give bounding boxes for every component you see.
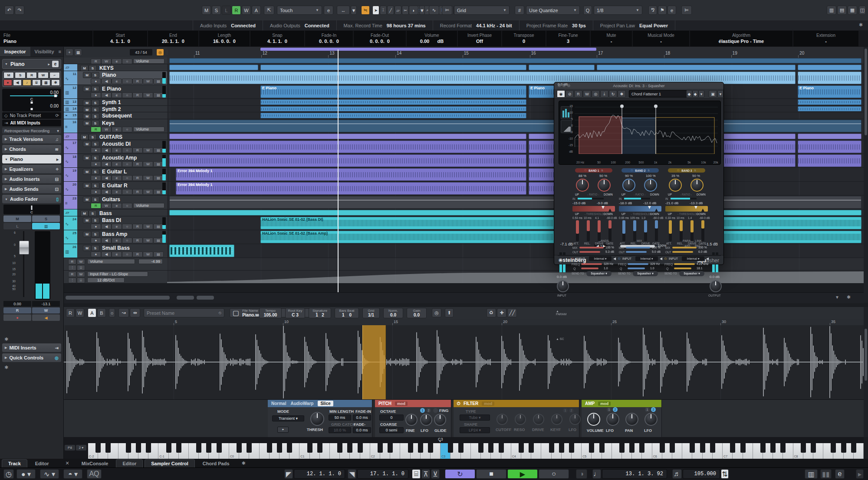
amp-pan-knob-2[interactable] bbox=[625, 413, 638, 426]
plugin-menu-icon[interactable]: ▾ bbox=[717, 90, 723, 98]
track-row-keys[interactable]: ▱MSKEYS bbox=[64, 64, 167, 71]
clip[interactable] bbox=[260, 99, 526, 105]
lane-edit-button[interactable]: e bbox=[112, 59, 122, 64]
black-key-C-1-6[interactable] bbox=[217, 443, 222, 453]
lane-write-button[interactable]: W bbox=[101, 59, 112, 64]
track-insert-bypass-button[interactable]: ○ bbox=[122, 238, 132, 243]
filter-keyf-knob[interactable] bbox=[551, 414, 562, 425]
instrument-button[interactable]: ▥ bbox=[32, 223, 60, 229]
clip-error-394-melody-1[interactable]: Error 394 Melody 1 bbox=[176, 182, 526, 195]
lower-zone-toggle[interactable]: ▤ bbox=[837, 6, 847, 15]
track-solo-button[interactable]: S bbox=[89, 65, 97, 71]
midi-input-row[interactable]: ⇥All MIDI Inputs bbox=[2, 120, 61, 126]
track-mute-button[interactable]: M bbox=[83, 107, 91, 112]
track-solo-button[interactable]: S bbox=[91, 120, 99, 126]
keyboard-range-display[interactable]: P8 bbox=[65, 445, 75, 451]
snap-type-icon[interactable]: ≒ bbox=[361, 6, 370, 15]
zone-tab-editor-1[interactable]: Editor bbox=[29, 460, 55, 467]
black-key-C2-1[interactable] bbox=[378, 443, 383, 453]
track-monitor-button[interactable]: ◀ bbox=[101, 92, 112, 98]
track-read-button[interactable]: R bbox=[91, 203, 101, 209]
listen-button[interactable]: L bbox=[3, 223, 31, 229]
track-edit-channel-button[interactable]: e bbox=[112, 175, 122, 181]
project-position-display[interactable]: 13. 1. 3. 92 bbox=[602, 469, 667, 479]
track-edit-channel-button[interactable]: e bbox=[112, 189, 122, 195]
black-key-C1-1[interactable] bbox=[307, 443, 312, 453]
clip[interactable] bbox=[260, 65, 526, 70]
track-solo-button[interactable]: S bbox=[91, 196, 99, 202]
track-row-bass-di[interactable]: 24∿MSBass DI●◀e○RW▤ bbox=[64, 216, 167, 230]
arrangement-area[interactable]: E PianoE PianoE PianoError 394 Melody 1E… bbox=[167, 58, 864, 284]
zone-tab-track-0[interactable]: Track bbox=[2, 459, 27, 467]
nudge-menu-icon[interactable]: ▼ bbox=[351, 6, 357, 15]
thresh-knob[interactable] bbox=[310, 412, 324, 426]
listen-button[interactable]: L bbox=[222, 6, 231, 15]
black-key-C6-4[interactable] bbox=[690, 443, 695, 453]
nudge-tool[interactable]: ↔ bbox=[337, 6, 350, 15]
black-key-C7-4[interactable] bbox=[760, 443, 766, 453]
black-key-C1-5[interactable] bbox=[347, 443, 352, 453]
info-field-snap[interactable]: Snap4. 1. 1. 0 bbox=[250, 31, 304, 46]
track-insert-bypass-button[interactable]: ○ bbox=[122, 92, 132, 98]
track-record-enable-button[interactable]: ● bbox=[91, 189, 101, 195]
inspector-section-equalizers[interactable]: ▶Equalizers⟡ bbox=[2, 165, 61, 173]
band-1-slider-gate[interactable] bbox=[608, 220, 612, 241]
amp-lfo1-select[interactable]: 1 bbox=[607, 407, 612, 412]
folder-icon[interactable]: ▱ bbox=[66, 210, 69, 216]
record-modes-select[interactable]: ● ▾ bbox=[16, 469, 36, 479]
track-row-bass-amp[interactable]: 25∿MSBass Amp●◀e○RW▤ bbox=[64, 230, 167, 244]
black-key-C5-1[interactable] bbox=[589, 443, 594, 453]
track-read-button[interactable]: R bbox=[132, 251, 143, 257]
plugin-compare-button[interactable]: ◎ bbox=[592, 90, 600, 98]
editor-field-norm-[interactable]: Norm.0.0 bbox=[383, 308, 403, 318]
automation-parameter-select[interactable]: Input Filter - LC-Slope bbox=[87, 271, 148, 277]
mute-button[interactable]: M bbox=[3, 72, 14, 78]
coarse-value[interactable]: 0 semi bbox=[379, 427, 404, 433]
quantize-preset-select[interactable]: 1/8▼ bbox=[594, 6, 642, 15]
lfo-knob[interactable] bbox=[420, 414, 432, 426]
sample-editor-ruler[interactable]: 5101520253035 bbox=[64, 319, 864, 326]
band-3-freq-slider[interactable] bbox=[674, 263, 695, 265]
warp-tool[interactable]: ⇹ bbox=[130, 308, 140, 317]
black-key-C4-2[interactable] bbox=[529, 443, 534, 453]
folder-icon[interactable]: ▱ bbox=[66, 134, 69, 139]
onscreen-keyboard-icon[interactable]: ▥ bbox=[805, 469, 818, 479]
band-3-up-ratio-knob[interactable] bbox=[669, 179, 682, 192]
normalize-icon[interactable]: ⬆ bbox=[445, 308, 454, 317]
track-row-volume[interactable]: RWVolume-4.99⫶⌸ bbox=[64, 258, 167, 271]
black-key-C3-6[interactable] bbox=[499, 443, 504, 453]
clip[interactable] bbox=[169, 210, 861, 216]
trackversion-b-button[interactable]: B bbox=[97, 308, 106, 317]
track-edit-channel-button[interactable]: e bbox=[112, 161, 122, 167]
inspector-section-track-versions[interactable]: ▶Track Versions♫ bbox=[2, 135, 61, 144]
black-key-C5-5[interactable] bbox=[629, 443, 635, 453]
color-menu-icon[interactable]: ▼ bbox=[419, 6, 425, 15]
black-key-C-2-1[interactable] bbox=[95, 443, 101, 453]
clip[interactable] bbox=[260, 113, 526, 118]
track-edit-channel-button[interactable]: e bbox=[112, 251, 122, 257]
filter-type-select[interactable]: Tube ▾ bbox=[460, 415, 490, 421]
track-record-enable-button[interactable]: ● bbox=[91, 238, 101, 243]
audio-record-modes-select[interactable]: ∿ ▾ bbox=[40, 469, 59, 479]
metronome-icon[interactable]: ♬ bbox=[672, 469, 682, 479]
arrange-row-volume[interactable] bbox=[167, 58, 864, 64]
black-key-C2-2[interactable] bbox=[388, 443, 393, 453]
track-write-button[interactable]: W bbox=[143, 92, 153, 98]
black-key-C4-5[interactable] bbox=[559, 443, 564, 453]
record-enable-button[interactable]: ● bbox=[3, 79, 12, 86]
lane-write-button[interactable]: W bbox=[77, 271, 85, 277]
track-row-e-piano[interactable]: 12▥MSE Piano●◀e○RW▤ bbox=[64, 85, 167, 99]
arrange-row-keys[interactable] bbox=[167, 119, 864, 133]
band-2-slider-drive[interactable] bbox=[644, 220, 647, 241]
flag-icon[interactable]: ⚑ bbox=[658, 6, 667, 15]
track-read-button[interactable]: R bbox=[91, 127, 101, 132]
track-insert-bypass-button[interactable]: ○ bbox=[122, 161, 132, 167]
black-key-C-1-1[interactable] bbox=[166, 443, 171, 453]
clip-error-394-melody-1[interactable]: Error 394 Melody 1 bbox=[176, 168, 526, 181]
editor-field-signature[interactable]: Signature1 2 bbox=[309, 308, 331, 318]
lane-read-button[interactable]: R bbox=[91, 59, 101, 64]
preset-prev-icon[interactable]: ◆ bbox=[686, 90, 692, 98]
arrange-row-small-bass[interactable] bbox=[167, 244, 864, 258]
object-selection-tool[interactable]: ➤ bbox=[372, 6, 379, 15]
midi-activity-meter[interactable]: ▮▮ bbox=[820, 469, 832, 479]
